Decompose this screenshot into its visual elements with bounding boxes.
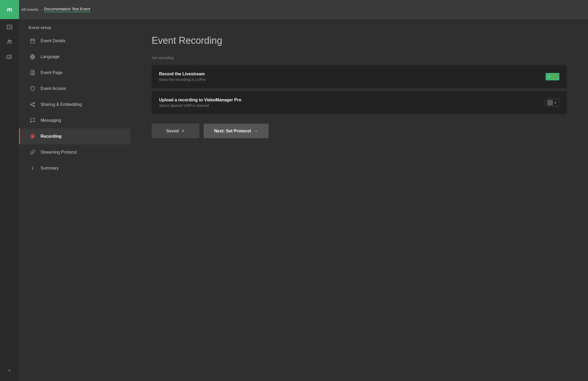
sidebar-item-streaming-protocol[interactable]: Streaming Protocol [19, 144, 130, 160]
sidebar: Event setup Event Details Language Event… [19, 19, 130, 381]
nav-icon-video[interactable] [0, 20, 19, 34]
card-left-record-livestream: Record the Livestream Keep the recording… [159, 72, 206, 82]
brand-logo[interactable]: m [0, 0, 19, 19]
info-icon: i [29, 165, 36, 171]
svg-point-14 [33, 105, 35, 107]
sidebar-label-event-page: Event Page [41, 70, 63, 75]
svg-line-15 [32, 105, 33, 106]
section-label: Set recording [152, 56, 567, 60]
toggle-x-icon: ✕ [554, 101, 557, 105]
sidebar-section-title: Event setup [19, 19, 130, 33]
calendar-icon [29, 38, 36, 44]
sidebar-item-recording[interactable]: Recording [19, 128, 130, 144]
button-row: Saved ✓ Next: Set Protocol → [152, 124, 567, 138]
toggle-box [552, 74, 557, 79]
sidebar-item-language[interactable]: Language [19, 49, 130, 65]
svg-point-3 [10, 41, 11, 42]
sidebar-item-event-details[interactable]: Event Details [19, 33, 130, 49]
svg-point-18 [32, 136, 34, 137]
sidebar-label-sharing-embedding: Sharing & Embedding [41, 102, 82, 107]
top-bar: All events › Documentation Test Event [0, 0, 588, 19]
file-icon [29, 70, 36, 76]
record-icon [29, 133, 36, 140]
toggle-record-livestream[interactable]: ✓ [546, 73, 559, 80]
svg-point-12 [33, 102, 35, 104]
card-title-upload-recording: Upload a recording to VideoManager Pro [159, 98, 241, 102]
nav-icon-folder[interactable] [0, 50, 19, 64]
card-title-record-livestream: Record the Livestream [159, 72, 206, 76]
svg-point-13 [31, 104, 32, 105]
svg-rect-4 [31, 39, 35, 43]
sidebar-label-messaging: Messaging [41, 118, 61, 123]
sidebar-item-sharing-embedding[interactable]: Sharing & Embedding [19, 97, 130, 112]
card-sub-upload-recording: Select desired VMPro channel [159, 103, 241, 108]
sidebar-label-event-details: Event Details [41, 38, 65, 43]
svg-point-2 [8, 40, 10, 42]
breadcrumb: All events › Documentation Test Event [21, 7, 90, 12]
sidebar-item-event-access[interactable]: Event Access [19, 81, 130, 97]
breadcrumb-all-events[interactable]: All events [21, 7, 38, 12]
card-sub-record-livestream: Keep the recording in LSPro [159, 77, 206, 82]
card-upload-recording: Upload a recording to VideoManager Pro S… [152, 91, 567, 114]
breadcrumb-sep: › [41, 7, 42, 12]
nav-icon-users[interactable] [0, 35, 19, 49]
toggle-check-icon: ✓ [548, 75, 551, 79]
saved-check-icon: ✓ [181, 128, 185, 133]
sidebar-item-messaging[interactable]: Messaging [19, 112, 130, 128]
card-left-upload-recording: Upload a recording to VideoManager Pro S… [159, 98, 241, 108]
link-icon [29, 149, 36, 155]
toggle-unchecked-box [547, 100, 553, 105]
svg-marker-1 [9, 26, 11, 28]
content-area: Event Recording Set recording Record the… [130, 19, 588, 381]
svg-line-16 [32, 103, 33, 104]
sidebar-label-summary: Summary [41, 166, 59, 171]
breadcrumb-current: Documentation Test Event [44, 7, 90, 12]
sidebar-label-recording: Recording [41, 134, 62, 139]
saved-label: Saved [166, 129, 179, 133]
saved-button[interactable]: Saved ✓ [152, 124, 199, 138]
sidebar-item-event-page[interactable]: Event Page [19, 65, 130, 81]
card-record-livestream: Record the Livestream Keep the recording… [152, 65, 567, 88]
sidebar-label-language: Language [41, 54, 59, 59]
toggle-upload-recording[interactable]: ✕ [545, 99, 559, 107]
next-arrow-icon: → [254, 129, 258, 133]
icon-rail: m » [0, 0, 19, 381]
shield-icon [29, 85, 36, 92]
page-title: Event Recording [152, 35, 567, 46]
next-label: Next: Set Protocol [214, 129, 251, 133]
main-content: Event Recording Set recording Record the… [130, 19, 588, 381]
sidebar-item-summary[interactable]: i Summary [19, 160, 130, 176]
chat-icon [29, 117, 36, 124]
globe-icon [29, 54, 36, 60]
sidebar-label-streaming-protocol: Streaming Protocol [41, 150, 77, 155]
sidebar-label-event-access: Event Access [41, 86, 66, 91]
share-icon [29, 101, 36, 108]
nav-expand[interactable]: » [0, 365, 19, 376]
next-button[interactable]: Next: Set Protocol → [204, 124, 269, 138]
